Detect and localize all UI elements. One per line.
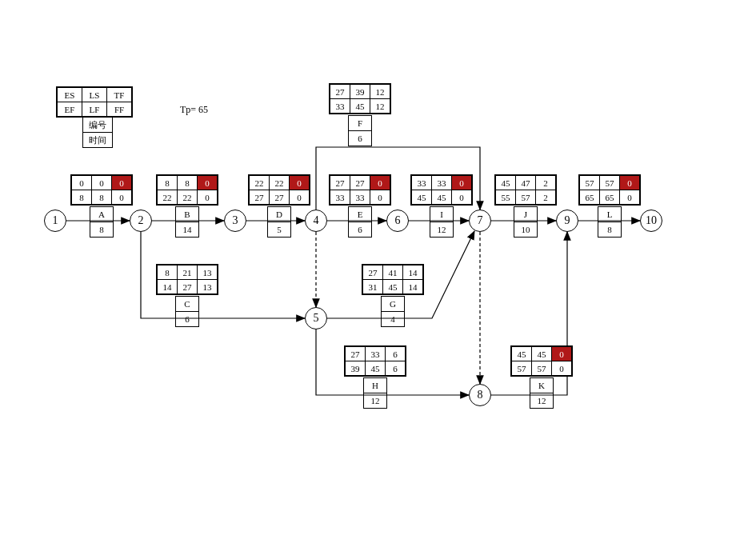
ff: 13 bbox=[198, 280, 218, 294]
ls: 21 bbox=[178, 266, 198, 280]
lf: 22 bbox=[178, 190, 198, 205]
activity-box-F: 273912334512 bbox=[329, 83, 391, 114]
tf: 0 bbox=[290, 176, 310, 190]
ls: 33 bbox=[432, 176, 452, 190]
legend-ls: LS bbox=[82, 88, 107, 102]
activity-tail-D: D5 bbox=[267, 206, 291, 238]
ef: 33 bbox=[330, 99, 350, 114]
es: 8 bbox=[158, 266, 178, 280]
activity-tail-F: F6 bbox=[348, 115, 372, 146]
ff: 0 bbox=[452, 190, 472, 205]
legend-tail: 编号 时间 bbox=[82, 117, 113, 148]
lf: 27 bbox=[270, 190, 290, 205]
ff: 2 bbox=[536, 190, 556, 205]
activity-tail-A: A8 bbox=[90, 206, 114, 238]
ef: 33 bbox=[330, 190, 350, 205]
node-5: 5 bbox=[305, 307, 327, 329]
activity-tail-K: K12 bbox=[530, 377, 554, 409]
tf: 0 bbox=[552, 347, 572, 361]
tf: 6 bbox=[386, 347, 406, 361]
activity-tail-L: L8 bbox=[598, 206, 622, 238]
act-name: K bbox=[530, 378, 554, 393]
legend-ef: EF bbox=[58, 102, 82, 117]
tf: 0 bbox=[198, 176, 218, 190]
tf: 14 bbox=[403, 266, 423, 280]
activity-box-C: 82113142713 bbox=[156, 264, 218, 295]
es: 33 bbox=[412, 176, 432, 190]
es: 27 bbox=[346, 347, 366, 361]
legend-lf: LF bbox=[82, 102, 107, 117]
act-time: 8 bbox=[90, 222, 114, 238]
tf: 0 bbox=[452, 176, 472, 190]
activity-tail-E: E6 bbox=[348, 206, 372, 238]
ef: 55 bbox=[496, 190, 516, 205]
node-3: 3 bbox=[224, 210, 246, 232]
ff: 0 bbox=[112, 190, 132, 205]
act-name: D bbox=[268, 207, 291, 222]
tp-label: Tp= 65 bbox=[180, 104, 208, 116]
act-name: J bbox=[514, 207, 538, 222]
ff: 0 bbox=[290, 190, 310, 205]
es: 27 bbox=[330, 85, 350, 99]
ls: 41 bbox=[383, 266, 403, 280]
ff: 14 bbox=[403, 280, 423, 294]
act-time: 14 bbox=[176, 222, 199, 238]
ls: 47 bbox=[516, 176, 536, 190]
ff: 0 bbox=[552, 361, 572, 376]
ls: 45 bbox=[532, 347, 552, 361]
node-1: 1 bbox=[44, 210, 66, 232]
act-name: G bbox=[382, 297, 405, 312]
act-name: E bbox=[349, 207, 372, 222]
act-name: F bbox=[349, 116, 372, 131]
tf: 0 bbox=[620, 176, 640, 190]
lf: 33 bbox=[350, 190, 370, 205]
ff: 6 bbox=[386, 361, 406, 376]
ef: 31 bbox=[363, 280, 383, 294]
es: 45 bbox=[496, 176, 516, 190]
lf: 45 bbox=[432, 190, 452, 205]
act-time: 5 bbox=[268, 222, 291, 238]
lf: 45 bbox=[350, 99, 370, 114]
activity-box-H: 2733639456 bbox=[344, 345, 406, 377]
node-9: 9 bbox=[556, 210, 578, 232]
ef: 57 bbox=[512, 361, 532, 376]
tf: 0 bbox=[370, 176, 390, 190]
activity-tail-C: C6 bbox=[175, 296, 199, 327]
activity-box-E: 2727033330 bbox=[329, 174, 391, 206]
ef: 8 bbox=[72, 190, 92, 205]
activity-box-L: 5757065650 bbox=[578, 174, 641, 206]
tf: 2 bbox=[536, 176, 556, 190]
ff: 0 bbox=[198, 190, 218, 205]
ef: 45 bbox=[412, 190, 432, 205]
ff: 0 bbox=[370, 190, 390, 205]
act-time: 12 bbox=[364, 393, 387, 409]
activity-box-J: 4547255572 bbox=[494, 174, 557, 206]
node-7: 7 bbox=[469, 210, 491, 232]
lf: 57 bbox=[532, 361, 552, 376]
ef: 22 bbox=[158, 190, 178, 205]
act-name: A bbox=[90, 207, 114, 222]
ef: 14 bbox=[158, 280, 178, 294]
es: 27 bbox=[330, 176, 350, 190]
act-name: H bbox=[364, 378, 387, 393]
activity-tail-B: B14 bbox=[175, 206, 199, 238]
act-time: 12 bbox=[530, 393, 554, 409]
legend-es: ES bbox=[58, 88, 82, 102]
act-time: 6 bbox=[349, 131, 372, 146]
ef: 65 bbox=[580, 190, 600, 205]
node-2: 2 bbox=[130, 210, 152, 232]
legend-tf: TF bbox=[107, 88, 132, 102]
lf: 45 bbox=[383, 280, 403, 294]
act-time: 4 bbox=[382, 312, 405, 327]
ef: 27 bbox=[250, 190, 270, 205]
ef: 39 bbox=[346, 361, 366, 376]
es: 57 bbox=[580, 176, 600, 190]
act-time: 10 bbox=[514, 222, 538, 238]
activity-box-D: 2222027270 bbox=[248, 174, 310, 206]
activity-box-B: 88022220 bbox=[156, 174, 218, 206]
tf: 0 bbox=[112, 176, 132, 190]
ls: 22 bbox=[270, 176, 290, 190]
ls: 0 bbox=[92, 176, 112, 190]
act-name: B bbox=[176, 207, 199, 222]
node-4: 4 bbox=[305, 210, 327, 232]
